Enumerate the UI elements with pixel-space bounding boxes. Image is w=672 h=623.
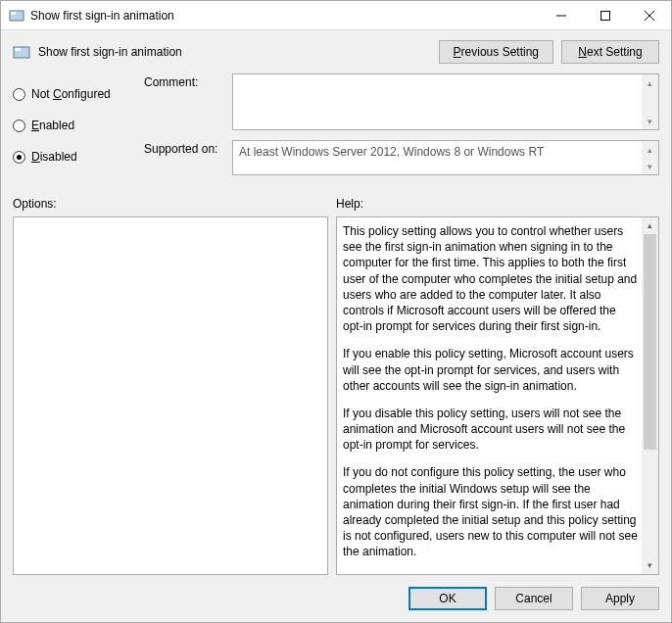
radio-disabled[interactable]: Disabled [13, 150, 130, 164]
policy-icon [13, 43, 30, 61]
config-area: Not Configured Enabled Disabled Comment:… [1, 70, 671, 189]
dialog-footer: OK Cancel Apply [1, 575, 671, 622]
apply-button[interactable]: Apply [581, 587, 659, 610]
help-paragraph: This policy setting allows you to contro… [343, 223, 639, 334]
titlebar: Show first sign-in animation [1, 1, 671, 30]
scroll-down-icon: ▾ [642, 158, 658, 174]
radio-enabled[interactable]: Enabled [13, 119, 130, 132]
scrollbar: ▴ ▾ [642, 141, 658, 174]
help-paragraph: If you enable this policy setting, Micro… [343, 346, 639, 394]
previous-setting-button[interactable]: Previous Setting [439, 40, 553, 64]
ok-button[interactable]: OK [408, 587, 487, 610]
options-panel [13, 216, 328, 575]
panels: This policy setting allows you to contro… [1, 216, 671, 575]
supported-on-box: At least Windows Server 2012, Windows 8 … [232, 140, 659, 175]
header-row: Show first sign-in animation Previous Se… [1, 30, 671, 70]
comment-textarea[interactable]: ▴ ▾ [232, 73, 659, 130]
svg-rect-7 [15, 48, 21, 51]
radio-not-configured[interactable]: Not Configured [13, 87, 130, 101]
scroll-down-icon: ▾ [642, 113, 658, 129]
help-paragraph: If you disable this policy setting, user… [343, 406, 639, 454]
help-scrollbar[interactable]: ▴ ▾ [642, 217, 658, 574]
scroll-thumb[interactable] [644, 234, 656, 450]
window-controls [539, 1, 671, 29]
policy-title: Show first sign-in animation [38, 45, 439, 59]
comment-label: Comment: [144, 73, 222, 130]
help-panel: This policy setting allows you to contro… [336, 216, 659, 575]
next-setting-button[interactable]: Next Setting [561, 40, 659, 64]
maximize-button[interactable] [583, 1, 627, 29]
help-paragraph: If you do not configure this policy sett… [343, 464, 639, 559]
radio-icon [13, 88, 25, 101]
supported-label: Supported on: [144, 140, 222, 175]
scroll-track[interactable] [642, 234, 658, 557]
scroll-up-icon: ▴ [642, 217, 658, 234]
close-button[interactable] [627, 1, 671, 29]
help-label: Help: [336, 197, 659, 211]
fields-column: Comment: ▴ ▾ Supported on: At least Wind… [144, 73, 659, 181]
window-title: Show first sign-in animation [30, 9, 539, 23]
radio-icon [13, 151, 25, 164]
radio-icon [13, 120, 25, 132]
scrollbar[interactable]: ▴ ▾ [642, 74, 658, 129]
options-label: Options: [13, 197, 328, 211]
cancel-button[interactable]: Cancel [495, 587, 573, 610]
gpedit-icon [9, 8, 24, 24]
state-radio-group: Not Configured Enabled Disabled [13, 73, 130, 181]
scroll-down-icon: ▾ [642, 557, 658, 574]
scroll-up-icon: ▴ [642, 141, 658, 158]
supported-value: At least Windows Server 2012, Windows 8 … [239, 145, 544, 159]
scroll-up-icon: ▴ [642, 74, 658, 91]
svg-rect-1 [11, 12, 16, 15]
minimize-button[interactable] [539, 1, 583, 29]
panels-header: Options: Help: [1, 189, 671, 216]
svg-rect-3 [600, 11, 609, 20]
